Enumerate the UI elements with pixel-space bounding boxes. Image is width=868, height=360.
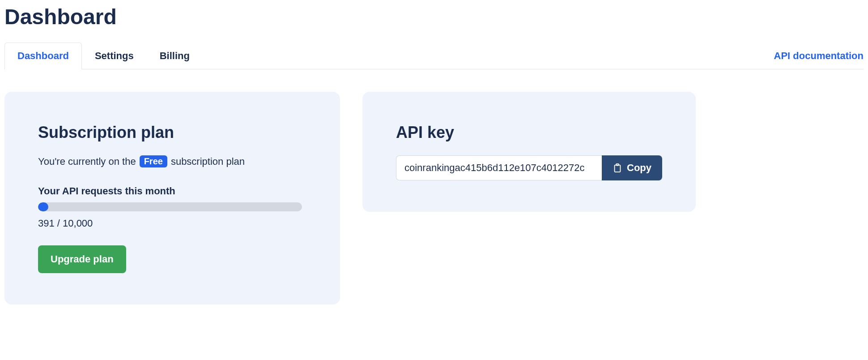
usage-label: Your API requests this month [38,185,306,197]
tab-settings[interactable]: Settings [82,43,147,69]
upgrade-plan-button[interactable]: Upgrade plan [38,245,126,273]
api-key-row: Copy [396,155,662,180]
api-key-card: API key Copy [362,92,696,212]
copy-button[interactable]: Copy [602,155,662,180]
api-documentation-link[interactable]: API documentation [774,43,864,69]
svg-rect-0 [615,165,621,172]
copy-button-label: Copy [627,162,651,174]
cards-row: Subscription plan You're currently on th… [4,92,864,304]
tab-bar: Dashboard Settings Billing API documenta… [4,43,864,69]
api-key-card-title: API key [396,123,662,142]
api-key-input[interactable] [396,155,602,180]
plan-suffix-text: subscription plan [171,156,245,167]
plan-badge: Free [140,155,167,167]
usage-progress-fill [38,202,48,211]
page-title: Dashboard [4,4,864,29]
usage-text: 391 / 10,000 [38,218,306,229]
tab-billing[interactable]: Billing [147,43,203,69]
usage-progress-bar [38,202,302,211]
subscription-card-title: Subscription plan [38,123,306,142]
subscription-plan-card: Subscription plan You're currently on th… [4,92,340,304]
plan-prefix-text: You're currently on the [38,156,136,167]
tab-dashboard[interactable]: Dashboard [4,43,82,69]
plan-description: You're currently on the Free subscriptio… [38,155,306,167]
clipboard-icon [613,163,622,173]
